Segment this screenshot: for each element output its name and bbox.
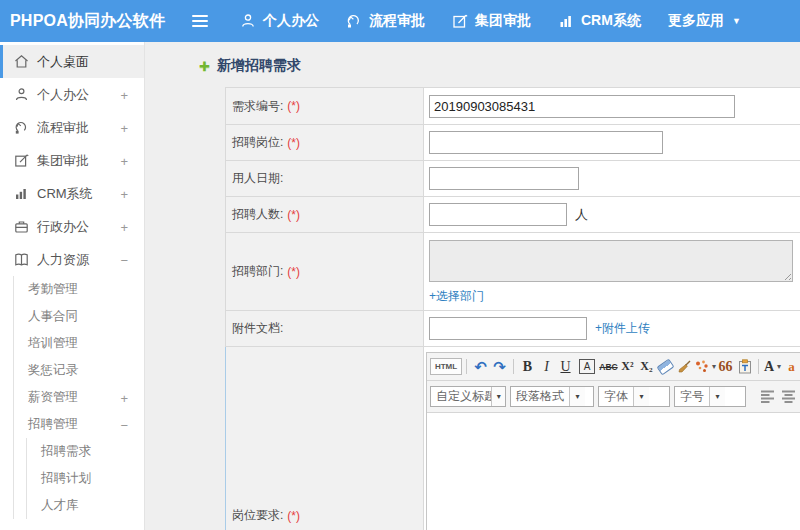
menu-toggle-button[interactable] xyxy=(192,15,210,27)
sidebar-item-personnel-contract[interactable]: 人事合同 xyxy=(14,303,144,330)
font-size-select[interactable]: 字号 ▾ xyxy=(674,386,746,407)
sidebar-item-admin-office[interactable]: 行政办公 + xyxy=(0,210,144,243)
app-window: PHPOA协同办公软件 个人办公 流程审批 xyxy=(0,0,800,530)
sidebar-item-label: 人才库 xyxy=(41,497,79,514)
editor-content[interactable] xyxy=(427,413,800,530)
background-color-button[interactable]: a xyxy=(782,357,800,377)
eraser-button[interactable] xyxy=(656,357,675,377)
paste-button[interactable] xyxy=(735,357,754,377)
sidebar-item-crm-system[interactable]: CRM系统 + xyxy=(0,177,144,210)
sidebar-item-recruitment-plan[interactable]: 招聘计划 xyxy=(27,465,144,492)
nav-more-apps[interactable]: 更多应用 ▼ xyxy=(668,12,741,30)
edit-square-icon xyxy=(452,13,468,29)
nav-label: 个人办公 xyxy=(263,12,319,30)
custom-title-select[interactable]: 自定义标题 ▾ xyxy=(430,386,506,407)
font-family-select[interactable]: 字体 ▾ xyxy=(598,386,670,407)
superscript-button[interactable]: X² xyxy=(618,357,637,377)
plus-icon: ✚ xyxy=(199,59,210,74)
user-icon xyxy=(13,87,29,102)
font-color-button[interactable]: A ▾ xyxy=(763,357,782,377)
page-title: 新增招聘需求 xyxy=(217,57,301,75)
count-unit-label: 人 xyxy=(575,206,588,224)
chevron-down-icon: ▼ xyxy=(732,17,741,26)
demand-number-input[interactable] xyxy=(429,95,735,118)
nav-label: 流程审批 xyxy=(369,12,425,30)
bar-chart-icon xyxy=(13,186,29,201)
form-row-demand-number: 需求编号: (*) xyxy=(225,88,800,125)
expand-toggle[interactable]: − xyxy=(120,252,128,267)
subscript-button[interactable]: X₂ xyxy=(637,357,656,377)
field-label: 附件文档: xyxy=(232,320,283,337)
expand-toggle[interactable]: + xyxy=(120,120,128,135)
italic-button[interactable]: I xyxy=(537,357,556,377)
sidebar-item-recruitment-demand[interactable]: 招聘需求 xyxy=(27,438,144,465)
app-logo: PHPOA协同办公软件 xyxy=(0,11,192,32)
sidebar-item-label: 招聘管理 xyxy=(28,416,78,433)
sidebar-item-talent-pool[interactable]: 人才库 xyxy=(27,492,144,519)
sidebar-item-group-approval[interactable]: 集团审批 + xyxy=(0,144,144,177)
chevron-down-icon: ▾ xyxy=(569,387,585,406)
form-row-employment-date: 用人日期: xyxy=(225,161,800,197)
recruitment-count-input[interactable] xyxy=(429,203,567,226)
recruitment-submenu: 招聘需求 招聘计划 人才库 xyxy=(26,438,144,519)
align-center-button[interactable] xyxy=(780,388,797,405)
expand-toggle[interactable]: + xyxy=(120,390,128,405)
blockquote-button[interactable]: 66 xyxy=(716,357,735,377)
resize-grip[interactable] xyxy=(782,271,791,280)
nav-group-approval[interactable]: 集团审批 xyxy=(452,12,531,30)
sidebar-item-human-resources[interactable]: 人力资源 − xyxy=(0,243,144,276)
department-textarea[interactable] xyxy=(429,240,793,282)
bold-button[interactable]: B xyxy=(518,357,537,377)
align-left-icon xyxy=(760,389,775,404)
attachment-upload-link[interactable]: +附件上传 xyxy=(595,320,650,337)
expand-toggle[interactable]: + xyxy=(120,87,128,102)
sidebar-item-label: 个人桌面 xyxy=(37,53,89,71)
briefcase-icon xyxy=(13,219,29,234)
format-brush-button[interactable] xyxy=(675,357,694,377)
recruitment-position-input[interactable] xyxy=(429,131,663,154)
expand-toggle[interactable]: + xyxy=(120,186,128,201)
nav-process-approval[interactable]: 流程审批 xyxy=(346,12,425,30)
sidebar-item-training-management[interactable]: 培训管理 xyxy=(14,330,144,357)
redo-button[interactable]: ↷ xyxy=(490,357,509,377)
nav-crm-system[interactable]: CRM系统 xyxy=(558,12,641,30)
sidebar-item-reward-punishment-records[interactable]: 奖惩记录 xyxy=(14,357,144,384)
underline-button[interactable]: U xyxy=(556,357,575,377)
expand-toggle[interactable]: + xyxy=(120,219,128,234)
nav-label: 更多应用 xyxy=(668,12,724,30)
field-label: 招聘岗位: xyxy=(232,134,283,151)
paragraph-format-select[interactable]: 段落格式 ▾ xyxy=(510,386,594,407)
html-source-button[interactable]: HTML xyxy=(430,358,462,375)
align-left-button[interactable] xyxy=(759,388,776,405)
sidebar-item-label: 薪资管理 xyxy=(28,389,78,406)
required-mark: (*) xyxy=(287,509,300,523)
expand-toggle[interactable]: − xyxy=(120,417,128,432)
employment-date-input[interactable] xyxy=(429,167,579,190)
expand-toggle[interactable]: + xyxy=(120,153,128,168)
undo-button[interactable]: ↶ xyxy=(471,357,490,377)
required-mark: (*) xyxy=(287,208,300,222)
strikethrough-button[interactable]: ABC xyxy=(599,357,618,377)
sidebar-item-salary-management[interactable]: 薪资管理 + xyxy=(14,384,144,411)
process-icon xyxy=(346,13,362,29)
rich-text-editor: HTML ↶ ↷ B I U A ABC X² xyxy=(426,352,800,530)
nav-label: CRM系统 xyxy=(581,12,641,30)
highlight-color-button[interactable]: ▾ xyxy=(694,357,716,377)
main-content: ✚ 新增招聘需求 需求编号: (*) 招聘岗位: xyxy=(145,42,800,530)
sidebar-item-recruitment-management[interactable]: 招聘管理 − xyxy=(14,411,144,438)
top-bar: PHPOA协同办公软件 个人办公 流程审批 xyxy=(0,0,800,42)
sidebar-item-process-approval[interactable]: 流程审批 + xyxy=(0,111,144,144)
attachment-input[interactable] xyxy=(429,317,587,340)
sidebar-item-label: 行政办公 xyxy=(37,218,89,236)
sidebar-item-personal-desktop[interactable]: 个人桌面 xyxy=(0,45,144,78)
nav-label: 集团审批 xyxy=(475,12,531,30)
chevron-down-icon: ▾ xyxy=(491,387,505,406)
sidebar-item-attendance-management[interactable]: 考勤管理 xyxy=(14,276,144,303)
nav-personal-office[interactable]: 个人办公 xyxy=(240,12,319,30)
brush-icon xyxy=(677,359,692,374)
char-border-button[interactable]: A xyxy=(579,359,595,374)
sidebar-item-label: 奖惩记录 xyxy=(28,362,78,379)
sidebar-item-label: 考勤管理 xyxy=(28,281,78,298)
select-department-link[interactable]: +选择部门 xyxy=(429,288,484,305)
sidebar-item-personal-office[interactable]: 个人办公 + xyxy=(0,78,144,111)
